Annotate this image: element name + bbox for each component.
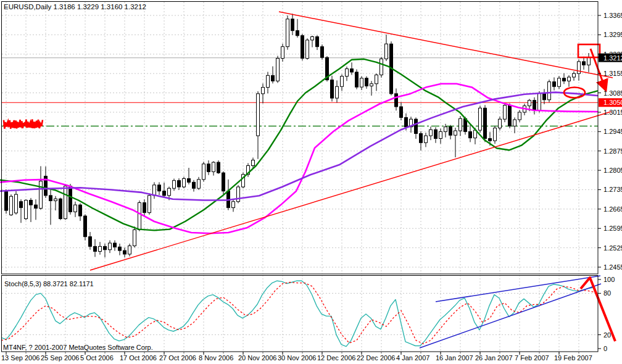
- candle-bull: [242, 173, 245, 189]
- date-tick-label: 8 Nov 2006: [199, 354, 233, 362]
- ma-green: [0, 59, 597, 231]
- candle-body: [69, 186, 72, 212]
- candle-body: [553, 82, 556, 87]
- date-tick-label: 16 Jan 2007: [436, 354, 473, 362]
- candle-bull: [548, 80, 551, 102]
- copyright-text: MT4NF, ? 2001-2007 MetaQuotes Software C…: [3, 344, 153, 351]
- candle-body: [420, 133, 423, 143]
- candle-bear: [79, 203, 82, 221]
- candle-bear: [114, 241, 117, 251]
- candle-body: [504, 105, 507, 119]
- candle-bull: [232, 199, 235, 212]
- candle-body: [262, 88, 265, 94]
- candle-body: [291, 19, 294, 31]
- mt4-chart-window: 1.33651.32951.32251.31551.30851.30151.29…: [0, 0, 622, 364]
- candle-body: [395, 94, 398, 107]
- candle-bear: [217, 160, 220, 174]
- candle-body: [370, 84, 373, 86]
- date-tick-label: 22 Dec 2006: [357, 354, 395, 362]
- candle-body: [528, 101, 531, 106]
- candle-body: [400, 107, 403, 117]
- candle-bull: [425, 133, 428, 147]
- candle-body: [114, 243, 117, 247]
- candle-body: [350, 69, 354, 72]
- candle-body: [405, 117, 408, 126]
- candle-bear: [84, 214, 87, 240]
- price-tick-label: 1.3085: [603, 89, 622, 97]
- candle-body: [563, 78, 566, 81]
- candle-bear: [123, 247, 126, 257]
- candle-bull: [346, 67, 349, 81]
- candle-bull: [212, 161, 215, 175]
- candle-body: [346, 69, 349, 77]
- main-pane-border: [2, 2, 599, 275]
- candle-body: [158, 185, 161, 191]
- candle-body: [64, 186, 67, 219]
- candle-body: [5, 192, 8, 210]
- candle-bull: [454, 128, 457, 157]
- candle-body: [84, 216, 87, 237]
- descending-resistance[interactable]: [279, 12, 613, 78]
- candle-bear: [49, 188, 52, 225]
- candle-bull: [148, 193, 151, 215]
- candle-body: [281, 47, 284, 59]
- candles-layer: [5, 14, 591, 257]
- candle-body: [296, 31, 299, 36]
- candle-body: [578, 62, 581, 73]
- date-tick-label: 5 Oct 2006: [80, 354, 114, 362]
- candle-bull: [15, 191, 18, 215]
- candle-body: [341, 77, 344, 87]
- candle-body: [434, 130, 437, 138]
- candle-bear: [469, 125, 472, 143]
- candle-bull: [504, 103, 507, 122]
- stochastic-indicator-label: Stoch(8,5,3) 88.3721 82.1171: [4, 280, 94, 287]
- candle-bull: [311, 36, 314, 48]
- candle-bear: [158, 182, 161, 195]
- candle-bull: [286, 15, 289, 50]
- candle-body: [355, 72, 359, 87]
- candle-bull: [459, 116, 462, 136]
- candle-body: [94, 246, 97, 251]
- candle-bear: [35, 199, 38, 220]
- candle-bear: [395, 88, 398, 110]
- chart-canvas[interactable]: 1.33651.32951.32251.31551.30851.30151.29…: [0, 0, 622, 364]
- candle-bull: [64, 184, 67, 220]
- candle-bear: [553, 77, 556, 90]
- price-tick-label: 1.3155: [603, 70, 622, 77]
- price-tick-label: 1.2665: [603, 205, 622, 213]
- candle-body: [479, 108, 482, 130]
- candle-body: [429, 130, 433, 136]
- candle-body: [321, 47, 324, 57]
- candle-bull: [54, 196, 57, 210]
- stoch-scale-label: 0: [603, 345, 607, 352]
- candle-bull: [578, 59, 581, 81]
- candle-body: [197, 180, 201, 188]
- candle-bear: [350, 62, 354, 75]
- candle-bull: [439, 128, 442, 144]
- stoch-scale-label: 100: [603, 276, 615, 283]
- candle-bear: [20, 199, 23, 223]
- price-tick-label: 1.2805: [603, 167, 622, 174]
- candle-bull: [276, 56, 280, 83]
- candle-body: [385, 44, 388, 59]
- candle-bear: [484, 105, 487, 142]
- candle-bear: [94, 239, 97, 257]
- candle-body: [79, 205, 82, 216]
- support-price-badge-label: 1.3050: [603, 99, 622, 106]
- candle-body: [178, 181, 181, 187]
- date-tick-label: 4 Jan 2007: [396, 354, 429, 362]
- ma-purple: [0, 93, 597, 201]
- candle-body: [538, 93, 541, 110]
- candle-body: [267, 75, 270, 87]
- price-tick-label: 1.3295: [603, 31, 622, 38]
- candle-bull: [573, 72, 576, 81]
- candle-body: [222, 173, 225, 191]
- candle-body: [276, 58, 280, 81]
- candle-bull: [74, 202, 77, 217]
- price-tick-label: 1.3365: [603, 12, 622, 19]
- date-tick-label: 20 Nov 2006: [238, 354, 276, 362]
- axis-layer[interactable]: 1.33651.32951.32251.31551.30851.30151.29…: [1, 2, 622, 362]
- candle-bull: [25, 199, 28, 220]
- candle-bear: [449, 125, 452, 139]
- candle-body: [39, 181, 43, 209]
